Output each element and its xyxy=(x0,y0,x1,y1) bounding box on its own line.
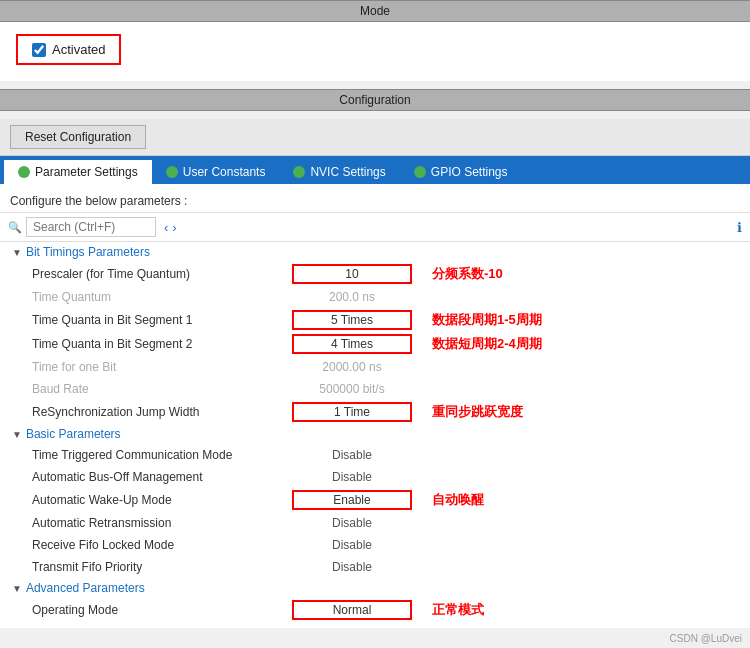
param-annotation: 自动唤醒 xyxy=(432,491,484,509)
param-name: Baud Rate xyxy=(32,382,292,396)
mode-section: Activated xyxy=(0,22,750,81)
group-label: Advanced Parameters xyxy=(26,581,145,595)
param-value[interactable]: 1 Time xyxy=(292,402,412,422)
search-bar: 🔍 ‹ › ℹ xyxy=(0,213,750,242)
param-value: Disable xyxy=(292,560,412,574)
param-value: Disable xyxy=(292,470,412,484)
param-name: Time Quantum xyxy=(32,290,292,304)
param-name: Time Quanta in Bit Segment 2 xyxy=(32,337,292,351)
param-value: Disable xyxy=(292,538,412,552)
tab-user-constants[interactable]: User Constants xyxy=(152,160,280,184)
activated-checkbox-box[interactable]: Activated xyxy=(16,34,121,65)
search-input[interactable] xyxy=(26,217,156,237)
config-header: Configuration xyxy=(0,89,750,111)
param-row-0-3: Time Quanta in Bit Segment 24 Times数据短周期… xyxy=(8,332,750,356)
param-row-0-4: Time for one Bit2000.00 ns xyxy=(8,356,750,378)
param-row-0-5: Baud Rate500000 bit/s xyxy=(8,378,750,400)
activated-checkbox[interactable] xyxy=(32,43,46,57)
nav-arrows: ‹ › xyxy=(164,220,177,235)
param-annotation: 数据短周期2-4周期 xyxy=(432,335,542,353)
param-name: Prescaler (for Time Quantum) xyxy=(32,267,292,281)
tabs-bar: Parameter Settings User Constants NVIC S… xyxy=(0,156,750,184)
content-area: Configure the below parameters : 🔍 ‹ › ℹ… xyxy=(0,184,750,628)
param-row-1-1: Automatic Bus-Off ManagementDisable xyxy=(8,466,750,488)
param-row-2-0: Operating ModeNormal正常模式 xyxy=(8,598,750,622)
reset-btn-bar: Reset Configuration xyxy=(0,119,750,156)
param-name: Automatic Retransmission xyxy=(32,516,292,530)
group-label: Bit Timings Parameters xyxy=(26,245,150,259)
tab-parameter-settings[interactable]: Parameter Settings xyxy=(4,160,152,184)
param-name: Time for one Bit xyxy=(32,360,292,374)
param-row-0-2: Time Quanta in Bit Segment 15 Times数据段周期… xyxy=(8,308,750,332)
param-name: Time Quanta in Bit Segment 1 xyxy=(32,313,292,327)
param-name: Receive Fifo Locked Mode xyxy=(32,538,292,552)
param-value: Disable xyxy=(292,448,412,462)
param-row-1-4: Receive Fifo Locked ModeDisable xyxy=(8,534,750,556)
param-name: Automatic Bus-Off Management xyxy=(32,470,292,484)
mode-header: Mode xyxy=(0,0,750,22)
params-tree: ▼ Bit Timings ParametersPrescaler (for T… xyxy=(0,242,750,622)
param-row-1-0: Time Triggered Communication ModeDisable xyxy=(8,444,750,466)
param-name: Automatic Wake-Up Mode xyxy=(32,493,292,507)
tab-nvic-settings[interactable]: NVIC Settings xyxy=(279,160,399,184)
param-row-1-3: Automatic RetransmissionDisable xyxy=(8,512,750,534)
config-section: Reset Configuration Parameter Settings U… xyxy=(0,119,750,628)
param-value[interactable]: Enable xyxy=(292,490,412,510)
param-value: 2000.00 ns xyxy=(292,360,412,374)
group-header-1[interactable]: ▼ Basic Parameters xyxy=(8,424,750,444)
nav-left-icon[interactable]: ‹ xyxy=(164,220,168,235)
param-value[interactable]: 4 Times xyxy=(292,334,412,354)
param-name: ReSynchronization Jump Width xyxy=(32,405,292,419)
group-1: ▼ Basic ParametersTime Triggered Communi… xyxy=(8,424,750,578)
tab-gpio-settings[interactable]: GPIO Settings xyxy=(400,160,522,184)
param-value[interactable]: Normal xyxy=(292,600,412,620)
param-name: Time Triggered Communication Mode xyxy=(32,448,292,462)
param-value[interactable]: 5 Times xyxy=(292,310,412,330)
caret-icon: ▼ xyxy=(12,429,22,440)
tab-nvic-icon xyxy=(293,166,305,178)
group-0: ▼ Bit Timings ParametersPrescaler (for T… xyxy=(8,242,750,424)
param-value: 200.0 ns xyxy=(292,290,412,304)
tab-gpio-settings-label: GPIO Settings xyxy=(431,165,508,179)
tab-parameter-settings-label: Parameter Settings xyxy=(35,165,138,179)
param-row-0-1: Time Quantum200.0 ns xyxy=(8,286,750,308)
param-row-1-2: Automatic Wake-Up ModeEnable自动唤醒 xyxy=(8,488,750,512)
param-value[interactable]: 10 xyxy=(292,264,412,284)
param-name: Transmit Fifo Priority xyxy=(32,560,292,574)
caret-icon: ▼ xyxy=(12,583,22,594)
nav-right-icon[interactable]: › xyxy=(172,220,176,235)
activated-label: Activated xyxy=(52,42,105,57)
param-name: Operating Mode xyxy=(32,603,292,617)
param-annotation: 分频系数-10 xyxy=(432,265,503,283)
group-header-2[interactable]: ▼ Advanced Parameters xyxy=(8,578,750,598)
param-annotation: 数据段周期1-5周期 xyxy=(432,311,542,329)
search-icon: 🔍 xyxy=(8,221,22,234)
param-row-1-5: Transmit Fifo PriorityDisable xyxy=(8,556,750,578)
tab-nvic-settings-label: NVIC Settings xyxy=(310,165,385,179)
watermark: CSDN @LuDvei xyxy=(670,633,742,644)
group-2: ▼ Advanced ParametersOperating ModeNorma… xyxy=(8,578,750,622)
tab-user-constants-label: User Constants xyxy=(183,165,266,179)
param-row-0-6: ReSynchronization Jump Width1 Time重同步跳跃宽… xyxy=(8,400,750,424)
caret-icon: ▼ xyxy=(12,247,22,258)
group-header-0[interactable]: ▼ Bit Timings Parameters xyxy=(8,242,750,262)
reset-config-button[interactable]: Reset Configuration xyxy=(10,125,146,149)
param-row-0-0: Prescaler (for Time Quantum)10分频系数-10 xyxy=(8,262,750,286)
param-value: Disable xyxy=(292,516,412,530)
param-annotation: 正常模式 xyxy=(432,601,484,619)
config-desc: Configure the below parameters : xyxy=(0,190,750,213)
group-label: Basic Parameters xyxy=(26,427,121,441)
tab-active-icon xyxy=(18,166,30,178)
tab-user-icon xyxy=(166,166,178,178)
param-value: 500000 bit/s xyxy=(292,382,412,396)
param-annotation: 重同步跳跃宽度 xyxy=(432,403,523,421)
tab-gpio-icon xyxy=(414,166,426,178)
info-icon[interactable]: ℹ xyxy=(737,220,742,235)
